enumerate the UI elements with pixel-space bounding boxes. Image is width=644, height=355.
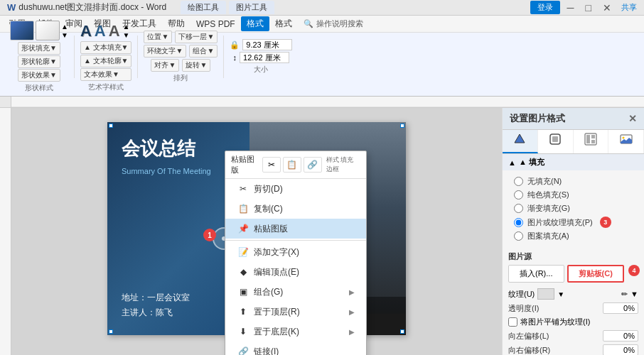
ctx-send-bottom[interactable]: ⬇ 置于底层(K) ▶ [225,322,366,342]
sendbottom-icon: ⬇ [237,325,249,338]
height-input[interactable]: 12.62 厘米 [240,52,289,63]
texture-preview [537,288,554,300]
send-backward-btn[interactable]: 组合▼ [189,45,218,58]
texture-more-icon[interactable]: ▼ [630,290,638,298]
offset-right-input[interactable] [603,344,638,355]
offset-left-input[interactable] [603,330,638,342]
radio-gradient-fill[interactable]: 渐变填充(G) [508,202,638,215]
paste-fill-btn[interactable]: 📋 [283,157,301,173]
ctx-paste[interactable]: 📌 粘贴图版 [225,219,366,239]
picture-tools-tab[interactable]: 图片工具 [229,1,274,14]
ctx-sendbottom-label: 置于底层(K) [254,326,349,338]
doc-area[interactable]: 会议总结 Summary Of The Meeting 地址：一层会议室 主讲人… [11,108,502,355]
drawing-tools-tab[interactable]: 绘图工具 [181,1,226,14]
close-button[interactable]: ✕ [599,2,616,13]
menu-help[interactable]: 帮助 [162,16,190,31]
radio-picture-input[interactable] [514,218,523,227]
ctx-copy[interactable]: 📋 复制(C) [225,199,366,219]
text-outline-btn[interactable]: ▲ 文本轮廓▼ [80,55,132,67]
shape-fill-btn[interactable]: 形状填充▼ [18,42,60,55]
wrap-text-btn[interactable]: 环绕文字▼ [144,45,186,58]
svg-marker-2 [515,134,525,143]
ctx-bring-top[interactable]: ⬆ 置于顶层(R) ▶ [225,302,366,322]
text-fill-btn[interactable]: ▲ 文本填充▼ [80,41,132,54]
menu-style[interactable]: 格式 [269,16,298,31]
handle-tl[interactable] [109,124,113,128]
align-btn[interactable]: 对齐▼ [151,59,179,72]
transparency-input[interactable]: 0% [603,302,638,314]
handle-br[interactable] [400,329,404,334]
svg-rect-6 [586,135,590,143]
min-button[interactable]: ─ [563,2,579,13]
ribbon-group-size: 🔒 9.23 厘米 ↕ 12.62 厘米 大小 [224,36,298,78]
radio-pattern-input[interactable] [514,231,523,241]
link-icon: 🔗 [237,345,249,355]
login-button[interactable]: 登录 [530,1,560,14]
share-button[interactable]: 共享 [621,2,637,13]
ctx-add-text[interactable]: 📝 添加文字(X) [225,242,366,262]
max-button[interactable]: □ [581,2,596,13]
menu-format[interactable]: 格式 [241,16,269,31]
tile-checkbox-row[interactable]: 将图片平铺为纹理(I) [503,315,644,329]
ribbon-group-arrange: 位置▼ 下移一层▼ 环绕文字▼ 组合▼ 对齐▼ 旋转▼ 排列 [138,36,224,78]
radio-gradient-input[interactable] [514,204,523,213]
paste-icon: 📌 [237,222,249,235]
panel-tab-effects[interactable] [538,130,574,153]
panel-tab-picture[interactable] [608,130,644,153]
copy-icon: 📋 [237,202,249,215]
insert-image-btn[interactable]: 插入(R)... [508,265,564,283]
title-bar: W dushuwu.net图文混排封面.docx - Word 绘图工具 图片工… [0,0,644,16]
callout-3: 3 [600,217,611,228]
handle-bl[interactable] [109,329,113,334]
ctx-cut[interactable]: ✂ 剪切(D) [225,179,366,199]
radio-solid-fill[interactable]: 纯色填充(S) [508,188,638,202]
menu-wps[interactable]: WPS PDF [190,18,241,31]
offset-right-row: 向右偏移(R) [503,343,644,355]
radio-pattern-fill[interactable]: 图案填充(A) [508,229,638,243]
tile-checkbox[interactable] [508,317,517,327]
radio-picture-fill[interactable]: 图片或纹理填充(P) 3 [508,215,638,229]
right-panel: 设置图片格式 ✕ ▲ ▲ 填充 无填充(N) [502,108,644,355]
position-btn[interactable]: 位置▼ [144,31,172,43]
radio-no-fill-input[interactable] [514,177,523,186]
width-input[interactable]: 9.23 厘米 [242,39,292,50]
svg-rect-7 [591,135,595,138]
ctx-bringtop-label: 置于顶层(R) [254,306,349,318]
callout-1: 1 [203,229,216,241]
radio-solid-input[interactable] [514,190,523,200]
slide-address: 地址：一层会议室 [122,290,235,306]
rotate-btn[interactable]: 旋转▼ [182,59,210,72]
ctx-group[interactable]: ▣ 组合(G) ▶ [225,282,366,302]
ctx-link[interactable]: 🔗 链接(I) [225,342,366,355]
radio-no-fill[interactable]: 无填充(N) [508,175,638,188]
callout-4: 4 [628,265,640,276]
section-fill-title[interactable]: ▲ ▲ 填充 [503,154,644,170]
panel-close-btn[interactable]: ✕ [628,113,637,124]
text-effect-btn[interactable]: 文本效果▼ [80,68,132,81]
ctx-group-label: 组合(G) [254,286,349,298]
art-text-scroll-up[interactable]: ▲ [123,23,130,31]
shape-style-scroll-down[interactable]: ▼ [61,31,68,39]
fill-options: 无填充(N) 纯色填充(S) 渐变填充(G) 图片或纹理填充(P) 3 图案填充… [503,170,644,247]
paste-style-btn[interactable]: ✂ [262,157,281,173]
shape-style-scroll-up[interactable]: ▲ [61,23,68,31]
ctx-paste-label: 粘贴图版 [254,223,355,235]
shape-outline-btn[interactable]: 形状轮廓▼ [18,55,60,68]
texture-edit-icon[interactable]: ✏ [621,290,628,299]
paste-border-btn[interactable]: 🔗 [304,157,322,173]
clipboard-btn[interactable]: 剪贴板(C) [567,265,625,283]
tile-label: 将图片平铺为纹理(I) [520,317,590,327]
image-source-btns: 插入(R)... 剪贴板(C) 4 [508,265,638,283]
art-text-scroll-down[interactable]: ▼ [123,31,130,39]
ctx-edit-points[interactable]: ◆ 编辑顶点(E) [225,262,366,282]
bring-forward-btn[interactable]: 下移一层▼ [175,31,218,43]
panel-tab-fill[interactable] [503,130,538,153]
cut-icon: ✂ [237,182,249,195]
shape-effect-btn[interactable]: 形状效果▼ [18,69,60,82]
handle-tr[interactable] [400,124,404,128]
slide-info: 地址：一层会议室 主讲人：陈飞 [122,290,235,321]
shape-style-btn-2[interactable] [36,21,60,40]
shape-style-btn-1[interactable] [10,21,34,40]
texture-dropdown[interactable]: ▼ [557,290,564,298]
panel-tab-layout[interactable] [574,130,609,153]
